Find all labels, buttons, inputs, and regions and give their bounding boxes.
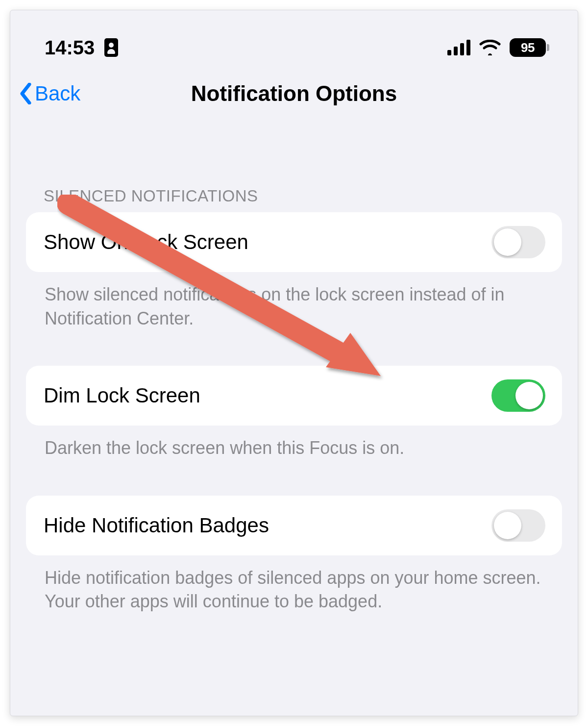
row-label: Hide Notification Badges: [44, 514, 269, 537]
cellular-signal-icon: [447, 40, 470, 55]
row-label: Dim Lock Screen: [44, 384, 200, 407]
wifi-icon: [479, 40, 501, 55]
contact-card-icon: [104, 38, 118, 57]
back-label: Back: [35, 82, 80, 105]
toggle-hide-notification-badges[interactable]: [491, 509, 545, 542]
toggle-dim-lock-screen[interactable]: [491, 379, 545, 412]
row-footer-show-on-lock-screen: Show silenced notifications on the lock …: [10, 272, 578, 330]
settings-screen: 14:53 95 Back: [10, 10, 578, 716]
row-label: Show On Lock Screen: [44, 230, 248, 254]
battery-icon: 95: [510, 38, 549, 57]
page-title: Notification Options: [191, 81, 397, 106]
row-dim-lock-screen[interactable]: Dim Lock Screen: [26, 366, 562, 426]
nav-bar: Back Notification Options: [10, 64, 578, 123]
status-right: 95: [447, 38, 549, 57]
chevron-left-icon: [19, 83, 32, 104]
back-button[interactable]: Back: [19, 82, 80, 105]
row-show-on-lock-screen[interactable]: Show On Lock Screen: [26, 212, 562, 272]
section-header-silenced: SILENCED NOTIFICATIONS: [10, 123, 578, 212]
battery-level: 95: [510, 38, 546, 57]
status-left: 14:53: [45, 37, 118, 59]
row-footer-dim-lock-screen: Darken the lock screen when this Focus i…: [10, 426, 578, 460]
status-bar: 14:53 95: [10, 10, 578, 64]
row-hide-notification-badges[interactable]: Hide Notification Badges: [26, 496, 562, 555]
row-footer-hide-notification-badges: Hide notification badges of silenced app…: [10, 555, 578, 614]
status-time: 14:53: [45, 37, 95, 59]
toggle-show-on-lock-screen[interactable]: [491, 226, 545, 258]
